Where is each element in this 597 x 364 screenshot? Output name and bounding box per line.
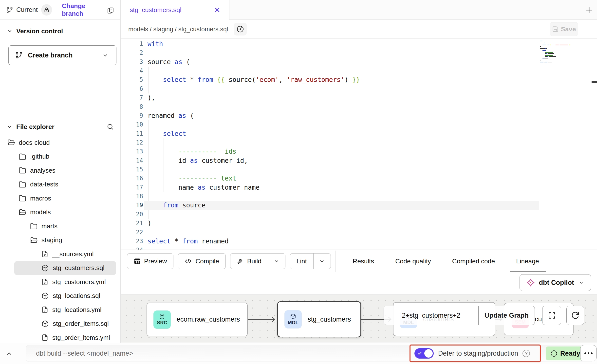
tab-stg-customers-sql[interactable]: stg_customers.sql ✕ [121, 0, 229, 20]
code-line[interactable]: ) [148, 219, 360, 228]
code-editor[interactable]: 123456789101112131415161718192021222324 … [121, 39, 597, 250]
file-item-stg-order-items-sql[interactable]: stg_order_items.sql [0, 317, 120, 331]
file-item-docs-cloud[interactable]: docs-cloud [0, 136, 120, 150]
scrollbar-thumb[interactable] [592, 81, 597, 83]
save-button[interactable]: Save [550, 22, 578, 36]
panel-tab-results[interactable]: Results [353, 250, 374, 273]
version-control-topbar: Current Change branch [0, 0, 120, 20]
file-item-staging[interactable]: staging [0, 233, 120, 247]
collapse-panel-button[interactable] [5, 350, 13, 357]
file-item-stg-customers-yml[interactable]: stg_customers.yml [0, 275, 120, 289]
code-line[interactable]: with [148, 39, 360, 48]
line-number: 22 [121, 228, 143, 237]
file-item-data-tests[interactable]: data-tests [0, 178, 120, 192]
file-item-label: models [30, 208, 51, 216]
code-line[interactable]: id as customer_id, [148, 156, 360, 165]
file-item--github[interactable]: .github [0, 150, 120, 164]
file-item-stg-locations-yml[interactable]: stg_locations.yml [0, 303, 120, 317]
defer-toggle[interactable] [414, 348, 434, 359]
build-dropdown[interactable] [268, 254, 285, 269]
lock-icon [44, 7, 50, 13]
git-branch-icon [15, 51, 23, 59]
help-icon[interactable]: ? [522, 350, 530, 357]
file-item--sources-yml[interactable]: __sources.yml [0, 247, 120, 261]
folder-open-icon [30, 237, 37, 244]
lint-dropdown[interactable] [313, 254, 331, 269]
compile-button[interactable]: Compile [178, 253, 225, 269]
preview-button[interactable]: Preview [127, 253, 173, 269]
lint-button[interactable]: Lint [290, 253, 331, 269]
create-branch-button[interactable]: Create branch [8, 45, 116, 65]
update-graph-button[interactable]: Update Graph [478, 306, 535, 325]
fullscreen-button[interactable] [542, 306, 561, 325]
code-line[interactable] [148, 102, 360, 111]
lineage-node-source[interactable]: SRC ecom.raw_customers [147, 303, 248, 336]
close-icon[interactable]: ✕ [214, 6, 220, 14]
version-control-header: Version control [16, 27, 63, 35]
file-item-marts[interactable]: marts [0, 219, 120, 233]
copilot-row: dbt Copilot [121, 273, 597, 295]
chevron-down-icon[interactable] [6, 124, 13, 130]
database-icon [159, 313, 165, 319]
code-line[interactable]: name as customer_name [148, 183, 360, 192]
code-line[interactable] [148, 210, 360, 219]
code-line[interactable] [148, 138, 360, 147]
code-line[interactable]: select [148, 129, 360, 138]
code-line[interactable] [148, 120, 360, 129]
file-item-analyses[interactable]: analyses [0, 164, 120, 178]
status-badge-ready: Ready [546, 346, 585, 360]
model-gauge-chip[interactable] [234, 23, 247, 36]
panel-tab-compiled-code[interactable]: Compiled code [452, 250, 495, 273]
code-minimap[interactable] [540, 41, 590, 64]
cube-icon [41, 320, 49, 328]
lineage-node-stg-customers[interactable]: MDL stg_customers [277, 301, 361, 337]
search-icon[interactable] [107, 123, 114, 130]
lineage-selector-input[interactable]: 2+stg_customers+2 [384, 306, 478, 325]
lineage-canvas[interactable]: SRC ecom.raw_customers MDL stg_customers… [121, 295, 597, 343]
create-branch-dropdown[interactable] [94, 46, 116, 65]
file-item-macros[interactable]: macros [0, 191, 120, 205]
code-line[interactable] [148, 48, 360, 57]
code-line[interactable] [148, 246, 360, 250]
refresh-button[interactable] [566, 306, 584, 325]
code-line[interactable]: ---------- ids [148, 147, 360, 156]
file-icon [41, 334, 48, 341]
panel-tab-code-quality[interactable]: Code quality [395, 250, 431, 273]
file-icon [41, 251, 48, 257]
code-line[interactable] [148, 66, 360, 75]
code-line[interactable] [148, 84, 360, 93]
code-line[interactable] [148, 228, 360, 237]
chevron-down-icon[interactable] [6, 28, 13, 34]
file-item-models[interactable]: models [0, 205, 120, 219]
dbt-copilot-button[interactable]: dbt Copilot [520, 274, 591, 291]
new-tab-button[interactable] [583, 4, 596, 17]
file-item-label: macros [30, 195, 51, 202]
code-line[interactable] [148, 192, 360, 201]
code-line[interactable] [148, 165, 360, 174]
code-line[interactable]: from source [148, 201, 360, 210]
code-line[interactable]: select * from {{ source('ecom', 'raw_cus… [148, 75, 360, 84]
current-branch-label: Current [16, 6, 38, 14]
save-label: Save [561, 25, 576, 33]
editor-tabstrip: stg_customers.sql ✕ [121, 0, 597, 20]
file-item-stg-locations-sql[interactable]: stg_locations.sql [0, 289, 120, 303]
code-line[interactable]: select * from renamed [148, 237, 360, 246]
compile-label: Compile [195, 257, 219, 265]
cube-icon [290, 313, 296, 319]
panel-tab-lineage[interactable]: Lineage [516, 250, 539, 273]
file-item-label: __sources.yml [52, 250, 94, 258]
code-line[interactable]: renamed as ( [148, 111, 360, 120]
build-button[interactable]: Build [230, 253, 285, 269]
file-item-stg-customers-sql[interactable]: stg_customers.sql [14, 261, 116, 275]
file-item-label: data-tests [30, 181, 58, 188]
copy-icon[interactable] [107, 6, 114, 14]
code-line[interactable]: ), [148, 93, 360, 102]
change-branch-link[interactable]: Change branch [62, 2, 107, 18]
code-line[interactable]: ---------- text [148, 174, 360, 183]
action-toolbar: Preview Compile Build Lint ResultsCode q… [121, 250, 597, 273]
more-options-button[interactable] [580, 345, 597, 361]
file-item-label: stg_order_items.sql [53, 320, 109, 328]
file-item-stg-order-items-yml[interactable]: stg_order_items.yml [0, 331, 120, 343]
code-lines[interactable]: with source as ( select * from {{ source… [148, 39, 360, 250]
code-line[interactable]: source as ( [148, 57, 360, 66]
